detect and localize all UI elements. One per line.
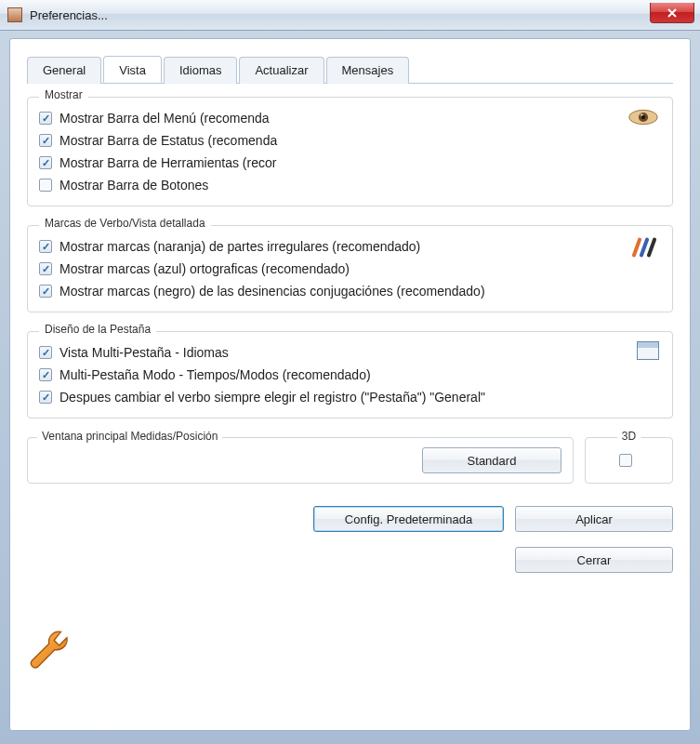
group-ventana: Ventana principal Medidas/Posición Stand… xyxy=(27,437,574,484)
wrench-icon xyxy=(25,625,76,676)
legend-diseno: Diseño de la Pestaña xyxy=(39,323,156,336)
label-azul: Mostrar marcas (azul) ortograficas (reco… xyxy=(59,261,350,276)
group-diseno: Diseño de la Pestaña Vista Multi-Pestaña… xyxy=(27,331,673,418)
label-menu: Mostrar Barra del Menú (recomenda xyxy=(59,111,270,126)
label-herramientas: Mostrar Barra de Herramientas (recor xyxy=(59,155,276,170)
label-negro: Mostrar marcas (negro) de las desinencia… xyxy=(59,284,485,299)
checkbox-azul[interactable] xyxy=(39,262,52,275)
tab-general[interactable]: General xyxy=(27,57,101,84)
bottom-row: Ventana principal Medidas/Posición Stand… xyxy=(27,437,673,484)
check-row-multi-idiomas: Vista Multi-Pestaña - Idiomas xyxy=(39,341,661,364)
label-naranja: Mostrar marcas (naranja) de partes irreg… xyxy=(59,239,420,254)
legend-ventana: Ventana principal Medidas/Posición xyxy=(37,430,222,443)
checkbox-botones[interactable] xyxy=(39,179,52,192)
checkbox-menu[interactable] xyxy=(39,112,52,125)
check-row-negro: Mostrar marcas (negro) de las desinencia… xyxy=(39,280,661,302)
eye-icon xyxy=(627,107,659,127)
label-multi-idiomas: Vista Multi-Pestaña - Idiomas xyxy=(59,345,229,360)
check-row-herramientas: Mostrar Barra de Herramientas (recor xyxy=(39,152,661,174)
check-row-menu: Mostrar Barra del Menú (recomenda xyxy=(39,107,661,129)
title-bar: Preferencias... xyxy=(0,0,700,31)
action-row: Config. Predeterminada Aplicar xyxy=(27,506,673,532)
legend-marcas: Marcas de Verbo/Vista detallada xyxy=(39,217,211,230)
group-marcas: Marcas de Verbo/Vista detallada Mostrar … xyxy=(27,225,673,312)
app-icon xyxy=(7,7,22,22)
checkbox-general-tab[interactable] xyxy=(39,391,52,404)
checkbox-multi-tiempos[interactable] xyxy=(39,368,52,381)
tab-idiomas[interactable]: Idiomas xyxy=(164,57,238,84)
check-row-general-tab: Despues cambiar el verbo siempre elegir … xyxy=(39,386,661,408)
legend-3d: 3D xyxy=(617,430,641,443)
svg-point-3 xyxy=(641,113,643,116)
checkbox-3d[interactable] xyxy=(619,454,632,467)
close-window-button[interactable] xyxy=(650,3,694,23)
group-3d: 3D xyxy=(585,437,673,484)
marks-icon xyxy=(633,237,659,259)
close-button[interactable]: Cerrar xyxy=(515,547,673,573)
default-config-button[interactable]: Config. Predeterminada xyxy=(313,506,504,532)
tab-bar: General Vista Idiomas Actualizar Mensaje… xyxy=(27,56,673,84)
window-title: Preferencias... xyxy=(30,8,650,22)
checkbox-multi-idiomas[interactable] xyxy=(39,346,52,359)
checkbox-negro[interactable] xyxy=(39,285,52,298)
dialog-body: General Vista Idiomas Actualizar Mensaje… xyxy=(9,38,691,731)
tab-mensajes[interactable]: Mensajes xyxy=(326,57,410,84)
label-multi-tiempos: Multi-Pestaña Modo - Tiempos/Modos (reco… xyxy=(59,367,371,382)
label-general-tab: Despues cambiar el verbo siempre elegir … xyxy=(59,390,485,405)
legend-mostrar: Mostrar xyxy=(39,88,88,101)
checkbox-herramientas[interactable] xyxy=(39,156,52,169)
label-botones: Mostrar Barra de Botones xyxy=(59,178,208,193)
check-row-naranja: Mostrar marcas (naranja) de partes irreg… xyxy=(39,235,661,258)
check-row-botones: Mostrar Barra de Botones xyxy=(39,174,661,196)
tab-vista[interactable]: Vista xyxy=(103,56,162,83)
checkbox-estatus[interactable] xyxy=(39,134,52,147)
check-row-multi-tiempos: Multi-Pestaña Modo - Tiempos/Modos (reco… xyxy=(39,364,661,386)
check-row-estatus: Mostrar Barra de Estatus (recomenda xyxy=(39,129,661,152)
close-row: Cerrar xyxy=(27,547,673,573)
standard-button[interactable]: Standard xyxy=(422,447,561,473)
apply-button[interactable]: Aplicar xyxy=(515,506,673,532)
check-row-azul: Mostrar marcas (azul) ortograficas (reco… xyxy=(39,258,661,280)
tab-actualizar[interactable]: Actualizar xyxy=(239,57,324,84)
tab-window-icon xyxy=(637,341,659,360)
group-mostrar: Mostrar Mostrar Barra del Menú (recomend… xyxy=(27,97,673,206)
checkbox-naranja[interactable] xyxy=(39,240,52,253)
label-estatus: Mostrar Barra de Estatus (recomenda xyxy=(59,133,277,148)
